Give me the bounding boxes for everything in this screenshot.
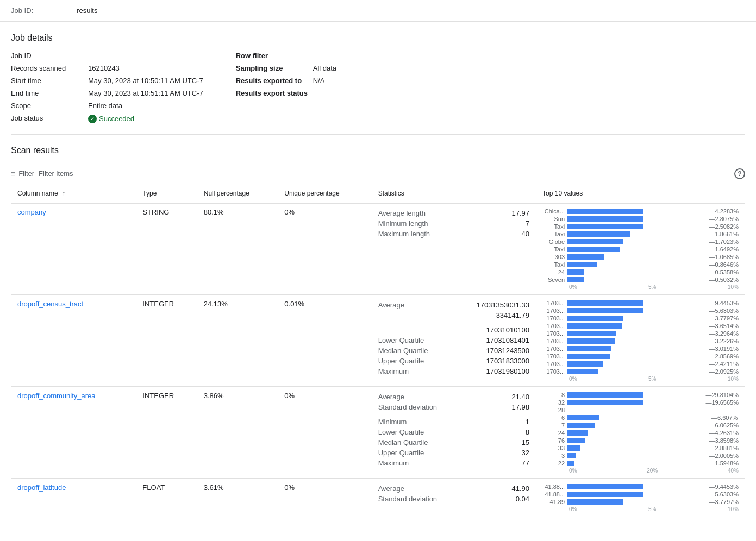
bar-label: Globe [542,238,567,245]
bar-item: 41.88...—5.6303% [542,491,739,498]
bar-pct-label: —2.5082% [709,223,739,230]
cell-type: INTEGER [136,387,197,479]
bar-pct-label: —1.5948% [709,460,739,467]
bar-item: 28 [542,407,739,413]
detail-row-rowfilter: Row filter [236,52,336,60]
cell-top10: 1703...—9.4453%1703...—5.6303%1703...—3.… [536,295,745,387]
bar-container [567,300,707,306]
bar-item: Seven—0.5032% [542,276,739,283]
th-column-name[interactable]: Column name ↑ [11,184,136,203]
bar-label: 1703... [542,330,567,337]
bar-item: 8—29.8104% [542,392,739,398]
bar-fill [567,453,576,458]
stat-value: 17031081401 [486,336,530,344]
bar-pct-label: —6.607% [711,414,739,421]
stat-label: Average [378,301,413,309]
page-container: Job ID: results Job details Job ID Recor… [0,0,756,528]
cell-null-pct: 24.13% [197,295,278,387]
label-records: Records scanned [11,64,82,72]
bar-item: 1703...—3.2226% [542,338,739,344]
stat-label [378,311,387,319]
stat-row: Lower Quartile17031081401 [378,335,529,345]
stat-label: Lower Quartile [378,428,433,436]
stat-row: Maximum length40 [378,229,529,239]
th-type[interactable]: Type [136,184,197,203]
bar-container [567,323,707,329]
detail-row-end: End time May 30, 2023 at 10:51:11 AM UTC… [11,89,203,97]
bar-label: 1703... [542,353,567,360]
bar-axis-label: 5% [648,284,656,290]
cell-type: FLOAT [136,479,197,517]
stat-label [378,326,387,334]
cell-unique-pct: 0% [278,203,371,295]
bar-container [567,216,707,222]
filter-button[interactable]: ≡ Filter [11,169,34,178]
bar-item: 1703...—3.6514% [542,323,739,329]
bar-fill [567,262,597,267]
bar-container [567,315,707,322]
check-icon: ✓ [88,115,97,123]
th-null-pct[interactable]: Null percentage [197,184,278,203]
bar-item: 1703...—3.2964% [542,330,739,337]
bar-pct-label: —5.6303% [709,491,739,498]
bar-container [567,392,703,398]
bar-pct-label: —5.6303% [709,307,739,314]
bar-item: Sun—2.8075% [542,216,739,222]
bar-pct-label: —1.8661% [709,231,739,237]
bar-fill [567,445,580,451]
help-icon[interactable]: ? [734,168,745,179]
bar-pct-label: —0.5032% [709,276,739,283]
bar-label: 41.89 [542,499,567,505]
stat-value: 32 [522,449,529,457]
bar-axis-label: 20% [647,468,658,474]
cell-top10: Chica...—4.2283%Sun—2.8075%Taxi—2.5082%T… [536,203,745,295]
bar-pct-label: —4.2283% [709,208,739,215]
th-unique-pct[interactable]: Unique percentage [278,184,371,203]
table-header-row: Column name ↑ Type Null percentage Uniqu… [11,184,745,203]
bar-pct-label: —0.5358% [709,269,739,275]
th-column-name-label: Column name [17,190,58,197]
stat-row: 17031010100 [378,325,529,335]
scan-results-section: Scan results ≡ Filter Filter items ? Col… [0,135,756,528]
bar-item: 1703...—2.8569% [542,353,739,360]
detail-row-job-id: Job ID [11,52,203,60]
stat-row: Maximum17031980100 [378,366,529,376]
stat-label: Upper Quartile [378,357,433,365]
bar-pct-label: —2.4211% [709,361,739,367]
label-exported-to: Results exported to [236,77,307,85]
detail-row-start: Start time May 30, 2023 at 10:50:11 AM U… [11,77,203,85]
status-badge: ✓ Succeeded [88,115,134,123]
bar-container [567,238,707,245]
scan-results-table-container: Column name ↑ Type Null percentage Uniqu… [11,184,745,517]
bar-pct-label: —1.6492% [709,246,739,253]
bar-fill [567,247,620,252]
bar-label: Taxi [542,261,567,268]
cell-column-name[interactable]: dropoff_census_tract [11,295,136,387]
stat-value: 7 [526,219,529,228]
bar-fill [567,277,584,282]
cell-column-name[interactable]: dropoff_community_area [11,387,136,479]
bar-container [567,452,707,459]
bar-chart: 41.88...—9.4453%41.88...—5.6303%41.89—3.… [542,483,739,512]
bar-container [567,499,707,505]
stat-row: Average17031353031.33 [378,300,529,310]
bar-axis-label: 0% [569,284,577,290]
stat-value: 15 [522,438,529,446]
bar-container [567,460,707,467]
bar-fill [567,331,616,336]
bar-item: 41.89—3.7797% [542,499,739,505]
bar-pct-label: —3.0191% [709,345,739,352]
cell-column-name[interactable]: dropoff_latitude [11,479,136,517]
stat-value: 40 [522,230,529,238]
bar-fill [567,492,643,497]
bar-container [567,368,707,375]
label-export-status: Results export status [236,89,308,97]
bar-item: 303—1.0685% [542,254,739,260]
bar-label: 1703... [542,361,567,367]
cell-column-name[interactable]: company [11,203,136,295]
stat-label: Standard deviation [378,495,446,503]
bar-axis-label: 0% [569,468,577,474]
bar-container [567,491,707,498]
value-start: May 30, 2023 at 10:50:11 AM UTC-7 [88,77,203,85]
bar-container [567,353,707,360]
